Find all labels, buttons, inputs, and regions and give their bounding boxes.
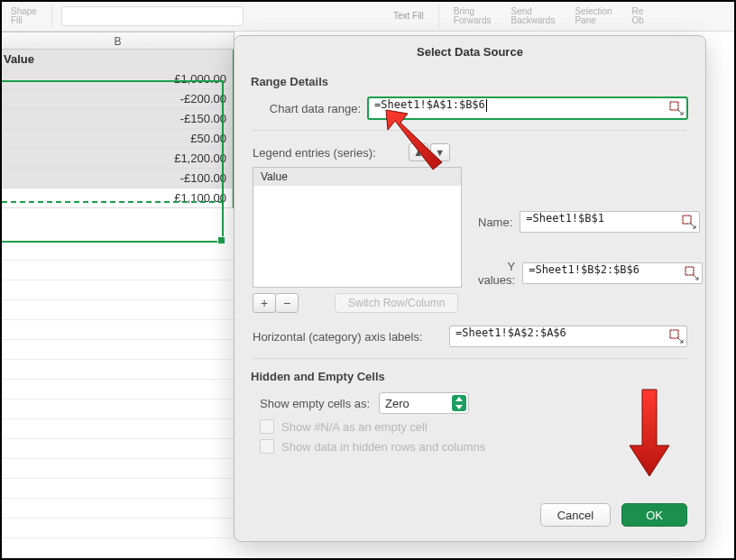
series-name-label: Name: bbox=[478, 216, 512, 229]
cell-b2[interactable]: £1,000.00 bbox=[2, 69, 233, 89]
switch-row-column-button: Switch Row/Column bbox=[335, 293, 458, 313]
show-empty-label: Show empty cells as: bbox=[260, 397, 370, 410]
cell-b8[interactable]: £1,100.00 bbox=[2, 188, 233, 208]
remove-series-button[interactable]: − bbox=[275, 293, 299, 313]
worksheet-column-b: B Value £1,000.00 -£200.00 -£150.00 £50.… bbox=[2, 32, 235, 528]
svg-rect-0 bbox=[670, 102, 678, 110]
range-details-heading: Range Details bbox=[235, 75, 705, 88]
ribbon-reorder[interactable]: Re Ob bbox=[627, 7, 649, 26]
y-values-input[interactable]: =Sheet1!$B$2:$B$6 bbox=[522, 262, 703, 284]
cell-b4[interactable]: -£150.00 bbox=[2, 109, 233, 129]
y-values-label: Y values: bbox=[478, 260, 515, 287]
column-header-b[interactable]: B bbox=[2, 32, 235, 50]
ribbon-style-gallery[interactable] bbox=[61, 6, 244, 26]
range-picker-icon[interactable] bbox=[682, 215, 696, 229]
ribbon-bring-forwards[interactable]: Bring Forwards bbox=[448, 7, 497, 26]
svg-rect-2 bbox=[683, 216, 691, 224]
series-move-up-button[interactable]: ▲ bbox=[409, 143, 428, 161]
ok-button[interactable]: OK bbox=[621, 503, 687, 527]
ribbon-shape-fill[interactable]: Shape Fill bbox=[5, 7, 42, 26]
show-na-label: Show #N/A as an empty cell bbox=[281, 420, 428, 434]
ribbon-toolbar: Shape Fill Text Fill Bring Forwards Send… bbox=[2, 2, 734, 32]
chart-data-range-label: Chart data range: bbox=[253, 102, 361, 115]
select-stepper-icon[interactable] bbox=[452, 395, 466, 411]
svg-rect-6 bbox=[670, 330, 678, 338]
series-name-input[interactable]: =Sheet1!$B$1 bbox=[520, 211, 700, 233]
hidden-empty-heading: Hidden and Empty Cells bbox=[235, 370, 705, 383]
cell-b5[interactable]: £50.00 bbox=[2, 129, 233, 149]
show-hidden-checkbox bbox=[260, 439, 274, 454]
select-data-source-dialog: Select Data Source Range Details Chart d… bbox=[234, 35, 706, 542]
show-na-checkbox bbox=[260, 419, 274, 434]
cell-header[interactable]: Value bbox=[2, 50, 233, 69]
series-listbox[interactable]: Value bbox=[253, 167, 462, 288]
cancel-button[interactable]: Cancel bbox=[540, 503, 611, 527]
range-picker-icon[interactable] bbox=[669, 329, 684, 344]
axis-labels-label: Horizontal (category) axis labels: bbox=[253, 330, 442, 344]
legend-entries-label: Legend entries (series): bbox=[253, 146, 376, 160]
cell-b7[interactable]: -£100.00 bbox=[2, 169, 233, 188]
ribbon-selection-pane[interactable]: Selection Pane bbox=[569, 7, 617, 26]
dialog-title: Select Data Source bbox=[235, 36, 705, 71]
ribbon-text-fill[interactable]: Text Fill bbox=[388, 12, 429, 22]
range-picker-icon[interactable] bbox=[669, 101, 684, 115]
show-empty-select[interactable]: Zero bbox=[379, 392, 469, 414]
axis-labels-input[interactable]: =Sheet1!$A$2:$A$6 bbox=[449, 326, 687, 347]
add-series-button[interactable]: + bbox=[253, 293, 276, 313]
range-picker-icon[interactable] bbox=[685, 266, 699, 280]
svg-rect-4 bbox=[685, 267, 694, 275]
cell-b6[interactable]: £1,200.00 bbox=[2, 149, 233, 169]
cell-b3[interactable]: -£200.00 bbox=[2, 89, 233, 109]
series-move-down-button[interactable]: ▼ bbox=[430, 143, 450, 161]
chart-data-range-input[interactable]: =Sheet1!$A$1:$B$6 bbox=[368, 97, 687, 119]
series-item-value[interactable]: Value bbox=[253, 168, 461, 186]
show-hidden-label: Show data in hidden rows and columns bbox=[281, 440, 485, 454]
ribbon-send-backwards[interactable]: Send Backwards bbox=[506, 7, 561, 26]
